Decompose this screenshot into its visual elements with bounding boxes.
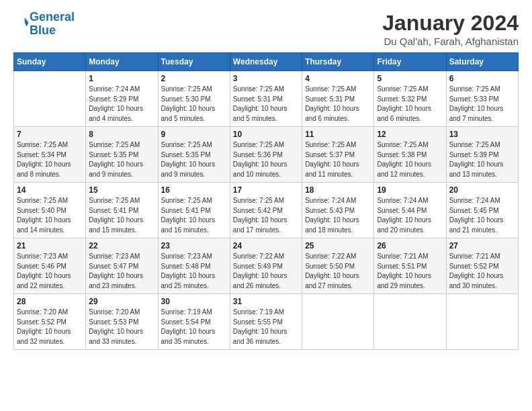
- day-info: Sunrise: 7:23 AMSunset: 5:47 PMDaylight:…: [89, 252, 154, 291]
- day-info: Sunrise: 7:25 AMSunset: 5:40 PMDaylight:…: [17, 196, 83, 235]
- day-cell: [302, 294, 374, 350]
- day-number: 5: [377, 74, 443, 83]
- day-number: 21: [17, 241, 83, 250]
- day-number: 13: [449, 130, 515, 139]
- day-cell: 18Sunrise: 7:24 AMSunset: 5:43 PMDayligh…: [302, 183, 374, 238]
- day-info: Sunrise: 7:25 AMSunset: 5:39 PMDaylight:…: [449, 140, 515, 179]
- day-cell: 26Sunrise: 7:21 AMSunset: 5:51 PMDayligh…: [374, 238, 446, 294]
- day-number: 28: [17, 297, 83, 306]
- day-info: Sunrise: 7:24 AMSunset: 5:45 PMDaylight:…: [449, 196, 515, 235]
- day-cell: 7Sunrise: 7:25 AMSunset: 5:34 PMDaylight…: [14, 127, 86, 183]
- day-number: 10: [233, 130, 299, 139]
- day-info: Sunrise: 7:25 AMSunset: 5:34 PMDaylight:…: [17, 140, 83, 179]
- day-number: 31: [233, 297, 299, 306]
- svg-marker-1: [25, 22, 29, 26]
- day-number: 12: [377, 130, 443, 139]
- day-info: Sunrise: 7:25 AMSunset: 5:35 PMDaylight:…: [89, 140, 154, 179]
- day-cell: 15Sunrise: 7:25 AMSunset: 5:41 PMDayligh…: [86, 183, 158, 238]
- day-number: 7: [17, 130, 83, 139]
- day-number: 2: [161, 74, 227, 83]
- day-cell: 1Sunrise: 7:24 AMSunset: 5:29 PMDaylight…: [86, 71, 158, 127]
- day-number: 20: [449, 185, 515, 195]
- day-cell: 16Sunrise: 7:25 AMSunset: 5:41 PMDayligh…: [158, 183, 230, 238]
- day-number: 1: [89, 74, 154, 83]
- week-row-2: 7Sunrise: 7:25 AMSunset: 5:34 PMDaylight…: [14, 127, 519, 183]
- logo-icon: [15, 15, 30, 30]
- day-number: 15: [89, 185, 154, 195]
- day-number: 30: [161, 297, 227, 306]
- day-cell: [374, 294, 446, 350]
- day-cell: 17Sunrise: 7:25 AMSunset: 5:42 PMDayligh…: [230, 183, 302, 238]
- day-info: Sunrise: 7:25 AMSunset: 5:36 PMDaylight:…: [233, 140, 299, 179]
- day-info: Sunrise: 7:23 AMSunset: 5:46 PMDaylight:…: [17, 252, 83, 291]
- day-cell: 11Sunrise: 7:25 AMSunset: 5:37 PMDayligh…: [302, 127, 374, 183]
- day-cell: 3Sunrise: 7:25 AMSunset: 5:31 PMDaylight…: [230, 71, 302, 127]
- month-title: January 2024: [382, 11, 519, 36]
- week-row-5: 28Sunrise: 7:20 AMSunset: 5:52 PMDayligh…: [14, 294, 519, 350]
- day-number: 29: [89, 297, 154, 306]
- day-info: Sunrise: 7:25 AMSunset: 5:38 PMDaylight:…: [377, 140, 443, 179]
- day-number: 14: [17, 185, 83, 195]
- day-info: Sunrise: 7:24 AMSunset: 5:44 PMDaylight:…: [377, 196, 443, 235]
- day-info: Sunrise: 7:25 AMSunset: 5:30 PMDaylight:…: [161, 85, 227, 124]
- day-cell: 28Sunrise: 7:20 AMSunset: 5:52 PMDayligh…: [14, 294, 86, 350]
- day-number: 19: [377, 185, 443, 195]
- week-row-4: 21Sunrise: 7:23 AMSunset: 5:46 PMDayligh…: [14, 238, 519, 294]
- week-row-3: 14Sunrise: 7:25 AMSunset: 5:40 PMDayligh…: [14, 183, 519, 238]
- day-info: Sunrise: 7:25 AMSunset: 5:31 PMDaylight:…: [305, 85, 371, 124]
- day-info: Sunrise: 7:19 AMSunset: 5:54 PMDaylight:…: [161, 308, 227, 347]
- day-number: 16: [161, 185, 227, 195]
- svg-marker-0: [25, 17, 29, 22]
- day-number: 6: [449, 74, 515, 83]
- calendar-table: SundayMondayTuesdayWednesdayThursdayFrid…: [13, 52, 519, 350]
- day-number: 4: [305, 74, 371, 83]
- day-cell: 29Sunrise: 7:20 AMSunset: 5:53 PMDayligh…: [86, 294, 158, 350]
- day-info: Sunrise: 7:25 AMSunset: 5:37 PMDaylight:…: [305, 140, 371, 179]
- header: General Blue January 2024 Du Qal'ah, Far…: [13, 11, 519, 47]
- day-info: Sunrise: 7:20 AMSunset: 5:52 PMDaylight:…: [17, 308, 83, 347]
- day-info: Sunrise: 7:25 AMSunset: 5:35 PMDaylight:…: [161, 140, 227, 179]
- day-cell: 22Sunrise: 7:23 AMSunset: 5:47 PMDayligh…: [86, 238, 158, 294]
- day-cell: 4Sunrise: 7:25 AMSunset: 5:31 PMDaylight…: [302, 71, 374, 127]
- day-number: 23: [161, 241, 227, 250]
- day-cell: [446, 294, 518, 350]
- day-cell: 10Sunrise: 7:25 AMSunset: 5:36 PMDayligh…: [230, 127, 302, 183]
- title-block: January 2024 Du Qal'ah, Farah, Afghanist…: [382, 11, 519, 47]
- day-number: 18: [305, 185, 371, 195]
- day-cell: 12Sunrise: 7:25 AMSunset: 5:38 PMDayligh…: [374, 127, 446, 183]
- day-info: Sunrise: 7:24 AMSunset: 5:43 PMDaylight:…: [305, 196, 371, 235]
- day-cell: 24Sunrise: 7:22 AMSunset: 5:49 PMDayligh…: [230, 238, 302, 294]
- day-cell: 6Sunrise: 7:25 AMSunset: 5:33 PMDaylight…: [446, 71, 518, 127]
- day-info: Sunrise: 7:19 AMSunset: 5:55 PMDaylight:…: [233, 308, 299, 347]
- day-cell: 8Sunrise: 7:25 AMSunset: 5:35 PMDaylight…: [86, 127, 158, 183]
- day-info: Sunrise: 7:24 AMSunset: 5:29 PMDaylight:…: [89, 85, 154, 124]
- logo-text: General Blue: [30, 11, 75, 38]
- day-cell: 9Sunrise: 7:25 AMSunset: 5:35 PMDaylight…: [158, 127, 230, 183]
- day-cell: 30Sunrise: 7:19 AMSunset: 5:54 PMDayligh…: [158, 294, 230, 350]
- day-info: Sunrise: 7:25 AMSunset: 5:33 PMDaylight:…: [449, 85, 515, 124]
- day-cell: 5Sunrise: 7:25 AMSunset: 5:32 PMDaylight…: [374, 71, 446, 127]
- day-cell: 27Sunrise: 7:21 AMSunset: 5:52 PMDayligh…: [446, 238, 518, 294]
- day-cell: 21Sunrise: 7:23 AMSunset: 5:46 PMDayligh…: [14, 238, 86, 294]
- day-cell: 13Sunrise: 7:25 AMSunset: 5:39 PMDayligh…: [446, 127, 518, 183]
- day-number: 9: [161, 130, 227, 139]
- week-row-1: 1Sunrise: 7:24 AMSunset: 5:29 PMDaylight…: [14, 71, 519, 127]
- header-day-monday: Monday: [86, 53, 158, 71]
- header-day-friday: Friday: [374, 53, 446, 71]
- day-number: 27: [449, 241, 515, 250]
- header-row: SundayMondayTuesdayWednesdayThursdayFrid…: [14, 53, 519, 71]
- day-number: 22: [89, 241, 154, 250]
- day-number: 25: [305, 241, 371, 250]
- day-number: 17: [233, 185, 299, 195]
- header-day-saturday: Saturday: [446, 53, 518, 71]
- day-info: Sunrise: 7:25 AMSunset: 5:41 PMDaylight:…: [89, 196, 154, 235]
- page: General Blue January 2024 Du Qal'ah, Far…: [0, 0, 532, 411]
- day-info: Sunrise: 7:25 AMSunset: 5:31 PMDaylight:…: [233, 85, 299, 124]
- location: Du Qal'ah, Farah, Afghanistan: [382, 36, 519, 47]
- day-number: 26: [377, 241, 443, 250]
- day-cell: 2Sunrise: 7:25 AMSunset: 5:30 PMDaylight…: [158, 71, 230, 127]
- day-cell: 25Sunrise: 7:22 AMSunset: 5:50 PMDayligh…: [302, 238, 374, 294]
- day-info: Sunrise: 7:21 AMSunset: 5:51 PMDaylight:…: [377, 252, 443, 291]
- day-number: 3: [233, 74, 299, 83]
- header-day-thursday: Thursday: [302, 53, 374, 71]
